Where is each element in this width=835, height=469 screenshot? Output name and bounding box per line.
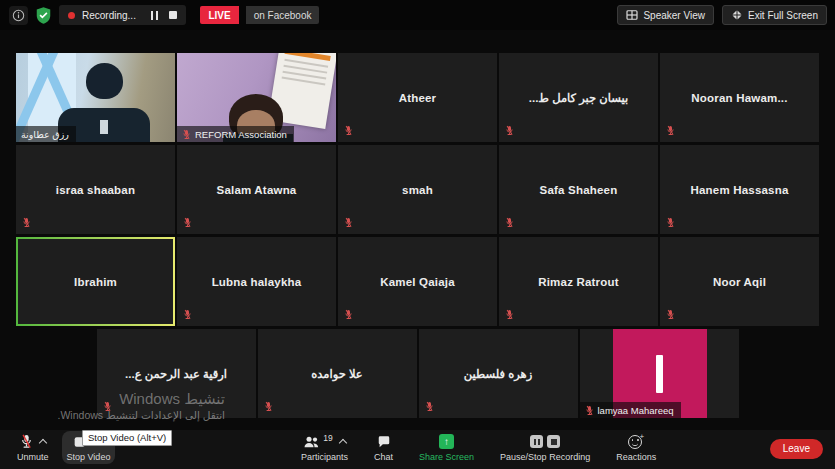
muted-mic-icon <box>22 217 31 228</box>
muted-mic-icon <box>183 217 192 228</box>
participants-grid: رزق عطاونة REFORM Association Atheer بيس… <box>16 53 819 418</box>
participant-name-label: REFORM Association <box>177 126 294 142</box>
participant-name: Rimaz Ratrout <box>499 237 658 326</box>
unmute-button[interactable]: Unmute <box>12 431 54 464</box>
participant-tile[interactable]: Safa Shaheen <box>499 145 658 234</box>
participant-name: Kamel Qaiaja <box>338 237 497 326</box>
leave-button[interactable]: Leave <box>770 439 823 459</box>
recording-dot-icon <box>68 12 75 19</box>
live-destination-label: on Facebook <box>246 6 320 24</box>
chat-button[interactable]: Chat <box>369 431 398 464</box>
audio-options-chevron-icon[interactable] <box>39 439 47 447</box>
participant-tile[interactable]: Hanem Hassasna <box>660 145 819 234</box>
gallery-grid-icon <box>626 9 638 21</box>
stop-recording-icon[interactable] <box>169 11 177 19</box>
muted-mic-icon <box>344 309 353 320</box>
participant-tile[interactable]: Atheer <box>338 53 497 142</box>
participant-tile[interactable]: Noor Aqil <box>660 237 819 326</box>
recording-indicator: Recording... <box>59 5 186 25</box>
participant-name-label: lamyaa Mahareeq <box>580 402 681 418</box>
share-screen-button[interactable]: ↑ Share Screen <box>414 431 479 464</box>
exit-full-screen-label: Exit Full Screen <box>748 10 818 21</box>
muted-mic-icon <box>505 125 514 136</box>
exit-full-screen-button[interactable]: Exit Full Screen <box>722 5 827 25</box>
stop-recording-icon[interactable] <box>547 435 560 448</box>
participant-name: Noor Aqil <box>660 237 819 326</box>
muted-mic-icon <box>666 125 675 136</box>
participant-name: Lubna halaykha <box>177 237 336 326</box>
muted-mic-icon <box>585 405 594 416</box>
muted-mic-icon <box>182 129 191 140</box>
participants-button[interactable]: 19 Participants <box>296 431 353 464</box>
muted-mic-icon <box>183 309 192 320</box>
muted-mic-icon <box>344 125 353 136</box>
reactions-button[interactable]: + Reactions <box>611 431 661 464</box>
participant-name: Ibrahim <box>18 239 173 324</box>
encryption-shield-icon[interactable] <box>35 6 52 25</box>
live-badge: LIVE <box>200 6 238 24</box>
muted-mic-icon <box>103 401 112 412</box>
meeting-info-icon[interactable] <box>9 6 28 25</box>
participant-name: smah <box>338 145 497 234</box>
pause-recording-icon[interactable] <box>151 11 159 20</box>
participant-tile[interactable]: ارقية عبد الرحمن ع... <box>97 329 256 418</box>
participant-tile[interactable]: بيسان جبر كامل ط... <box>499 53 658 142</box>
participant-tile[interactable]: رزق عطاونة <box>16 53 175 142</box>
participant-tile[interactable]: Lubna halaykha <box>177 237 336 326</box>
muted-mic-icon <box>666 309 675 320</box>
participants-people-icon <box>303 435 320 449</box>
meeting-top-bar: Recording... LIVE on Facebook Speaker Vi… <box>0 0 835 30</box>
participant-tile[interactable]: REFORM Association <box>177 53 336 142</box>
participant-tile[interactable]: Kamel Qaiaja <box>338 237 497 326</box>
participant-tile-active-speaker[interactable]: Ibrahim <box>16 237 175 326</box>
chat-bubble-icon <box>377 435 391 449</box>
participant-tile[interactable]: Salam Atawna <box>177 145 336 234</box>
recording-label: Recording... <box>82 10 136 21</box>
participant-name: زهره فلسطين <box>419 329 578 418</box>
participant-name-label: رزق عطاونة <box>16 126 76 142</box>
participants-options-chevron-icon[interactable] <box>339 439 347 447</box>
collapse-arrows-icon <box>731 9 743 21</box>
participant-name: ارقية عبد الرحمن ع... <box>97 329 256 418</box>
participants-count-badge: 19 <box>323 433 332 443</box>
participant-name: Safa Shaheen <box>499 145 658 234</box>
speaker-view-button[interactable]: Speaker View <box>617 5 714 25</box>
participant-name: Atheer <box>338 53 497 142</box>
muted-mic-icon <box>425 401 434 412</box>
pause-recording-icon[interactable] <box>530 435 543 448</box>
participant-tile[interactable]: Nooran Hawam... <box>660 53 819 142</box>
muted-mic-icon <box>505 309 514 320</box>
participant-name: علا حوامده <box>258 329 417 418</box>
muted-mic-icon <box>20 434 33 449</box>
participant-name: Salam Atawna <box>177 145 336 234</box>
participant-name: بيسان جبر كامل ط... <box>499 53 658 142</box>
participant-tile[interactable]: lamyaa Mahareeq <box>580 329 739 418</box>
stop-video-tooltip: Stop Video (Alt+V) <box>82 430 172 446</box>
participant-tile[interactable]: زهره فلسطين <box>419 329 578 418</box>
muted-mic-icon <box>264 401 273 412</box>
pause-stop-recording-button[interactable]: Pause/Stop Recording <box>495 431 595 464</box>
muted-mic-icon <box>666 217 675 228</box>
participant-name: Nooran Hawam... <box>660 53 819 142</box>
participant-tile[interactable]: Rimaz Ratrout <box>499 237 658 326</box>
share-screen-icon: ↑ <box>439 434 454 449</box>
participant-name: Hanem Hassasna <box>660 145 819 234</box>
muted-mic-icon <box>344 217 353 228</box>
participant-tile[interactable]: smah <box>338 145 497 234</box>
muted-mic-icon <box>505 217 514 228</box>
reactions-smiley-icon: + <box>628 434 644 449</box>
speaker-view-label: Speaker View <box>643 10 705 21</box>
participant-name: israa shaaban <box>16 145 175 234</box>
participant-tile[interactable]: علا حوامده <box>258 329 417 418</box>
participant-tile[interactable]: israa shaaban <box>16 145 175 234</box>
